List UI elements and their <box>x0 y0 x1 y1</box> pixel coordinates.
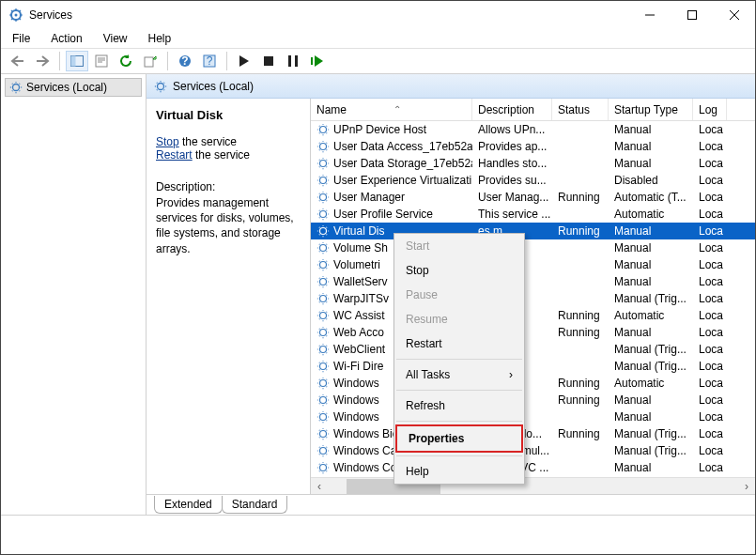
service-row[interactable]: Windowses Wi...ManualLoca <box>311 409 755 425</box>
svg-rect-13 <box>295 55 298 67</box>
gear-icon <box>316 258 330 271</box>
gear-icon <box>316 157 330 170</box>
status-bar <box>1 515 755 535</box>
cell-description: Provides su... <box>472 174 552 187</box>
cell-status: Running <box>552 224 609 238</box>
cell-logon: Loca <box>693 393 727 407</box>
ctx-pause: Pause <box>394 283 524 307</box>
cell-startup: Manual <box>609 157 693 170</box>
cell-logon: Loca <box>693 241 727 254</box>
gear-icon <box>316 123 330 136</box>
menu-view[interactable]: View <box>100 30 131 47</box>
minimize-button[interactable] <box>628 1 671 29</box>
svg-point-21 <box>320 194 327 201</box>
service-row[interactable]: Windows Connect Now - C...WCNCSVC ...Man… <box>311 459 755 476</box>
service-row[interactable]: Wi-Fi Direes co...Manual (Trig...Loca <box>311 358 755 375</box>
stop-service-link[interactable]: Stop <box>156 135 179 148</box>
ctx-refresh[interactable]: Refresh <box>394 393 524 418</box>
cell-logon: Loca <box>693 461 727 474</box>
cell-logon: Loca <box>693 343 727 356</box>
menu-file[interactable]: File <box>8 30 34 47</box>
content-header-label: Services (Local) <box>173 80 254 93</box>
gear-icon <box>316 241 330 254</box>
column-startup-type[interactable]: Startup Type <box>609 99 693 120</box>
gear-icon <box>316 191 330 204</box>
column-name[interactable]: Name <box>311 99 472 120</box>
ctx-stop[interactable]: Stop <box>394 258 524 283</box>
svg-point-32 <box>320 380 327 387</box>
service-row[interactable]: WarpJITSves a Jl...Manual (Trig...Loca <box>311 290 755 307</box>
title-bar: Services <box>1 1 755 29</box>
service-row[interactable]: Web Accorvice ...RunningManualLoca <box>311 324 755 341</box>
nav-item-services-local[interactable]: Services (Local) <box>5 78 142 97</box>
service-row[interactable]: Windows Biometric ServiceThe Windo...Run… <box>311 425 755 442</box>
service-row[interactable]: Windowses au...RunningAutomaticLoca <box>311 375 755 392</box>
service-row[interactable]: WalletServbjec...ManualLoca <box>311 273 755 290</box>
horizontal-scrollbar[interactable]: ‹ › <box>311 477 755 494</box>
svg-point-23 <box>320 228 327 235</box>
cell-startup: Automatic <box>609 377 693 390</box>
tab-standard[interactable]: Standard <box>222 496 288 514</box>
description-heading: Description: <box>156 180 301 193</box>
ctx-all-tasks[interactable]: All Tasks <box>394 362 524 387</box>
service-row[interactable]: User Data Access_17eb52afProvides ap...M… <box>311 138 755 155</box>
stop-service-button[interactable] <box>257 51 280 71</box>
service-row[interactable]: Windows Camera Frame Se...Enables mul...… <box>311 442 755 459</box>
svg-rect-2 <box>687 11 696 20</box>
help-button[interactable]: ? <box>174 51 196 71</box>
start-service-button[interactable] <box>233 51 255 71</box>
refresh-button[interactable] <box>115 51 137 71</box>
svg-point-31 <box>320 363 327 370</box>
maximize-button[interactable] <box>671 1 713 29</box>
cell-name: User Data Access_17eb52af <box>311 140 472 153</box>
service-row[interactable]: WebClients Win...Manual (Trig...Loca <box>311 341 755 358</box>
column-status[interactable]: Status <box>552 99 609 120</box>
service-row[interactable]: User Profile ServiceThis service ...Auto… <box>311 206 755 223</box>
back-button[interactable] <box>7 51 29 71</box>
scroll-right-icon[interactable]: › <box>738 478 755 494</box>
service-row[interactable]: UPnP Device HostAllows UPn...ManualLoca <box>311 121 755 138</box>
service-row[interactable]: Windowses au...RunningManualLoca <box>311 392 755 409</box>
service-row[interactable]: Virtual Dises m...RunningManualLoca <box>311 223 755 239</box>
service-row[interactable]: WC Assistare ...RunningAutomaticLoca <box>311 307 755 324</box>
menu-help[interactable]: Help <box>145 30 176 47</box>
description-text: Provides management services for disks, … <box>156 195 301 256</box>
svg-point-26 <box>320 279 327 285</box>
cell-logon: Loca <box>693 157 727 170</box>
cell-name: User Experience Virtualizati... <box>311 174 472 187</box>
column-description[interactable]: Description <box>472 99 552 120</box>
pause-service-button[interactable] <box>282 51 304 71</box>
cell-status: Running <box>552 427 609 440</box>
gear-icon <box>316 140 330 153</box>
service-row[interactable]: User ManagerUser Manag...RunningAutomati… <box>311 189 755 206</box>
cell-logon: Loca <box>693 123 727 136</box>
ctx-properties[interactable]: Properties <box>397 426 521 451</box>
service-row[interactable]: Volumetrispatia...ManualLoca <box>311 256 755 273</box>
svg-point-1 <box>15 14 18 17</box>
tab-extended[interactable]: Extended <box>154 496 223 514</box>
ctx-help[interactable]: Help <box>394 459 524 484</box>
show-hide-tree-button[interactable] <box>66 51 88 71</box>
gear-icon <box>316 343 330 356</box>
ctx-restart[interactable]: Restart <box>394 331 524 356</box>
gear-icon <box>316 461 330 474</box>
cell-status: Running <box>552 326 609 339</box>
svg-text:?: ? <box>207 54 213 68</box>
close-button[interactable] <box>713 1 755 29</box>
column-header-row: Name Description Status Startup Type Log <box>311 99 755 121</box>
restart-service-link[interactable]: Restart <box>156 148 193 162</box>
column-log-on-as[interactable]: Log <box>693 99 727 120</box>
service-row[interactable]: User Experience Virtualizati...Provides … <box>311 172 755 189</box>
menu-action[interactable]: Action <box>47 30 85 47</box>
window-title: Services <box>29 8 628 22</box>
restart-service-button[interactable] <box>306 51 329 71</box>
cell-startup: Manual <box>609 140 693 153</box>
scroll-left-icon[interactable]: ‹ <box>311 478 328 494</box>
export-button[interactable] <box>139 51 162 71</box>
svg-rect-4 <box>71 56 76 67</box>
help2-button[interactable]: ? <box>198 51 221 71</box>
service-row[interactable]: Volume Shes an...ManualLoca <box>311 239 755 256</box>
service-row[interactable]: User Data Storage_17eb52afHandles sto...… <box>311 155 755 172</box>
properties-button[interactable] <box>90 51 113 71</box>
forward-button[interactable] <box>31 51 54 71</box>
